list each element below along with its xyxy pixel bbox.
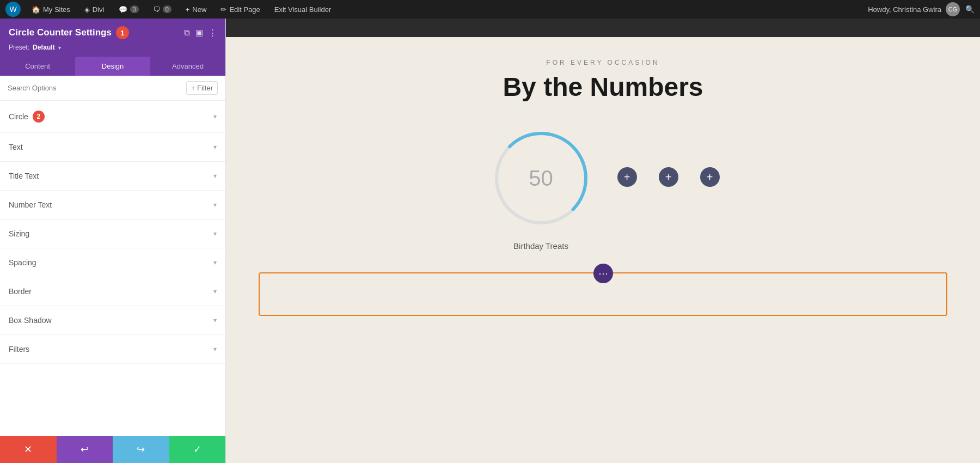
cancel-button[interactable]: ✕ (0, 436, 57, 463)
section-subtitle: FOR EVERY OCCASION (259, 59, 947, 66)
user-section: Howdy, Christina Gwira CG (868, 2, 960, 16)
divi-menu[interactable]: ◈ Divi (81, 3, 108, 16)
window-icon[interactable]: ⧉ (184, 28, 190, 38)
redo-button[interactable]: ↪ (113, 436, 169, 463)
settings-item-circle-label: Circle 2 (9, 111, 45, 123)
sizing-label: Sizing (9, 229, 29, 238)
settings-item-spacing[interactable]: Spacing ▾ (0, 248, 225, 277)
cancel-icon: ✕ (24, 443, 32, 455)
section-title: By the Numbers (259, 72, 947, 102)
circle-label: Circle (9, 112, 28, 121)
counter-label: Birthday Treats (513, 241, 568, 251)
columns-icon[interactable]: ▣ (195, 28, 203, 38)
divi-icon: ◈ (84, 5, 90, 14)
comment-icon: 💬 (119, 5, 127, 14)
edit-page-menu[interactable]: ✏ Edit Page (217, 3, 263, 16)
filter-button[interactable]: + Filter (186, 81, 218, 95)
chevron-right-icon: ▾ (213, 259, 217, 266)
chevron-right-icon: ▾ (213, 201, 217, 209)
circle-badge: 2 (33, 111, 45, 123)
canvas-content: FOR EVERY OCCASION By the Numbers 50 (226, 37, 980, 338)
circle-number: 50 (529, 166, 553, 191)
number-text-label: Number Text (9, 200, 52, 209)
settings-item-text[interactable]: Text ▾ (0, 133, 225, 162)
settings-item-number-text[interactable]: Number Text ▾ (0, 191, 225, 220)
settings-list: Circle 2 ▾ Text ▾ Title Text ▾ Number (0, 101, 225, 436)
search-input[interactable] (8, 84, 182, 92)
undo-button[interactable]: ↩ (57, 436, 113, 463)
chevron-right-icon: ▾ (213, 143, 217, 151)
settings-item-spacing-label: Spacing (9, 258, 36, 267)
settings-item-text-label: Text (9, 143, 23, 151)
save-button[interactable]: ✓ (169, 436, 226, 463)
settings-item-filters-label: Filters (9, 345, 29, 354)
settings-item-border-label: Border (9, 287, 32, 296)
tab-content-label: Content (25, 62, 50, 70)
sidebar-title-icons: ⧉ ▣ ⋮ (184, 28, 217, 38)
comments-menu[interactable]: 💬 3 (115, 3, 142, 16)
canvas: FOR EVERY OCCASION By the Numbers 50 (226, 19, 980, 463)
tab-advanced[interactable]: Advanced (150, 57, 225, 76)
sidebar-title-row: Circle Counter Settings 1 ⧉ ▣ ⋮ (9, 26, 217, 39)
user-greeting: Howdy, Christina Gwira (868, 5, 941, 14)
edit-page-label: Edit Page (229, 5, 260, 14)
chat-icon: 🗨 (153, 5, 160, 14)
preset-row: Preset: Default ▾ (9, 44, 217, 51)
chevron-down-icon[interactable]: ▾ (58, 45, 61, 51)
tab-advanced-label: Advanced (172, 62, 204, 70)
add-module-button-2[interactable]: + (659, 167, 678, 187)
add-module-button-1[interactable]: + (617, 167, 637, 187)
comments-count: 3 (130, 5, 139, 13)
dots-icon: ⋯ (598, 267, 608, 279)
wordpress-icon[interactable]: W (5, 2, 21, 17)
pencil-icon: ✏ (220, 5, 226, 14)
chevron-right-icon: ▾ (213, 172, 217, 180)
home-icon: 🏠 (32, 5, 40, 14)
preset-value: Default (33, 44, 55, 51)
avatar: CG (946, 2, 960, 16)
exit-visual-builder-menu[interactable]: Exit Visual Builder (271, 3, 335, 16)
settings-item-filters[interactable]: Filters ▾ (0, 335, 225, 364)
settings-item-title-text[interactable]: Title Text ▾ (0, 162, 225, 191)
more-options-icon[interactable]: ⋮ (209, 28, 217, 38)
tab-design[interactable]: Design (75, 57, 150, 76)
preset-label: Preset: (9, 44, 29, 51)
settings-item-sizing-label: Sizing (9, 229, 29, 238)
text-label: Text (9, 143, 23, 151)
my-sites-menu[interactable]: 🏠 My Sites (28, 3, 74, 16)
new-label: New (192, 5, 206, 14)
search-icon[interactable]: 🔍 (965, 5, 975, 14)
plus-icon: + (186, 5, 190, 14)
notification-badge-1: 1 (116, 26, 129, 39)
sidebar-header: Circle Counter Settings 1 ⧉ ▣ ⋮ Preset: … (0, 19, 225, 57)
chat-count: 0 (163, 5, 171, 13)
chevron-right-icon: ▾ (213, 316, 217, 324)
exit-label: Exit Visual Builder (274, 5, 332, 14)
my-sites-label: My Sites (43, 5, 70, 14)
canvas-topbar (226, 19, 980, 37)
add-module-button-3[interactable]: + (700, 167, 720, 187)
filters-label: Filters (9, 345, 29, 354)
settings-item-circle[interactable]: Circle 2 ▾ (0, 101, 225, 133)
title-text-label: Title Text (9, 172, 39, 180)
wp-bar-right: Howdy, Christina Gwira CG 🔍 (868, 2, 975, 16)
new-menu[interactable]: + New (182, 3, 210, 16)
section-actions-button[interactable]: ⋯ (593, 264, 613, 283)
chat-menu[interactable]: 🗨 0 (150, 3, 175, 16)
settings-item-border[interactable]: Border ▾ (0, 277, 225, 306)
action-bar: ✕ ↩ ↪ ✓ (0, 436, 225, 463)
section-header: FOR EVERY OCCASION By the Numbers (259, 59, 947, 102)
redo-icon: ↪ (137, 443, 145, 455)
tab-design-label: Design (102, 62, 124, 70)
chevron-right-icon: ▾ (213, 230, 217, 237)
save-icon: ✓ (193, 443, 201, 455)
main-area: Circle Counter Settings 1 ⧉ ▣ ⋮ Preset: … (0, 19, 980, 463)
sidebar-title-group: Circle Counter Settings 1 (9, 26, 129, 39)
tab-content[interactable]: Content (0, 57, 75, 76)
settings-item-sizing[interactable]: Sizing ▾ (0, 220, 225, 248)
orange-section: ⋯ (259, 272, 947, 316)
wp-admin-bar: W 🏠 My Sites ◈ Divi 💬 3 🗨 0 + New ✏ Edit… (0, 0, 980, 19)
border-label: Border (9, 287, 32, 296)
settings-item-box-shadow[interactable]: Box Shadow ▾ (0, 306, 225, 335)
chevron-right-icon: ▾ (213, 345, 217, 353)
